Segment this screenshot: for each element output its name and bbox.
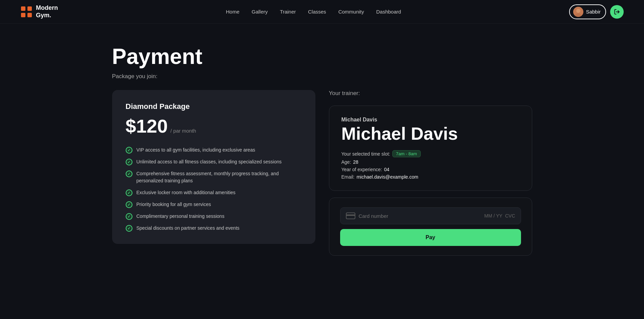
feature-item: Comprehensive fitness assessment, monthl…	[126, 170, 302, 184]
payment-card: MM / YY CVC Pay	[329, 198, 532, 256]
svg-point-5	[576, 9, 580, 13]
nav-links: Home Gallery Trainer Classes Community D…	[226, 9, 401, 15]
pay-button[interactable]: Pay	[340, 229, 521, 246]
trainer-subtitle: Michael Davis	[341, 117, 520, 123]
cvc-placeholder: CVC	[505, 213, 515, 219]
package-name: Diamond Package	[126, 102, 302, 111]
logo-line2: Gym.	[36, 12, 58, 19]
feature-item: Priority booking for all gym services	[126, 201, 302, 208]
svg-rect-0	[21, 6, 25, 11]
card-number-input[interactable]	[359, 213, 484, 219]
feature-item: Complimentary personal training sessions	[126, 213, 302, 220]
trainer-name: Michael Davis	[341, 124, 520, 143]
features-list: VIP access to all gym facilities, includ…	[126, 146, 302, 232]
check-icon-5	[126, 201, 132, 208]
credit-card-icon	[346, 212, 355, 219]
experience-value: 04	[384, 167, 390, 172]
logo[interactable]: Modern Gym.	[20, 4, 58, 19]
package-price: $120	[126, 115, 168, 137]
experience-row: Year of experience: 04	[341, 167, 520, 172]
avatar	[573, 7, 583, 17]
email-row: Email: michael.davis@example.com	[341, 174, 520, 180]
feature-text-2: Unlimited access to all fitness classes,…	[137, 158, 282, 165]
svg-rect-9	[346, 214, 355, 216]
email-label: Email:	[341, 174, 355, 180]
feature-item: Exclusive locker room with additional am…	[126, 189, 302, 196]
trainer-details: Your selected time slot: 7am - 8am Age: …	[341, 150, 520, 180]
svg-rect-3	[27, 13, 32, 17]
avatar-image	[573, 7, 583, 17]
feature-text-5: Priority booking for all gym services	[137, 201, 211, 208]
age-value: 28	[353, 159, 358, 165]
email-value: michael.davis@example.com	[356, 174, 418, 180]
nav-community[interactable]: Community	[338, 9, 364, 15]
feature-text-1: VIP access to all gym facilities, includ…	[137, 146, 255, 154]
feature-item: VIP access to all gym facilities, includ…	[126, 146, 302, 154]
time-slot-badge: 7am - 8am	[392, 150, 421, 157]
user-profile-button[interactable]: Sabbir	[569, 4, 606, 19]
nav-gallery[interactable]: Gallery	[252, 9, 268, 15]
package-period: / par month	[170, 128, 196, 134]
check-icon-4	[126, 189, 132, 196]
mm-yy-placeholder: MM / YY	[484, 213, 502, 219]
nav-right: Sabbir	[569, 4, 624, 19]
page-title: Payment	[112, 44, 532, 69]
experience-label: Year of experience:	[341, 167, 382, 172]
svg-rect-2	[21, 13, 25, 17]
package-card: Diamond Package $120 / par month VIP acc…	[112, 90, 315, 244]
check-icon-6	[126, 213, 132, 220]
nav-trainer[interactable]: Trainer	[280, 9, 296, 15]
main-content: Payment Package you join: Diamond Packag…	[85, 24, 559, 276]
navbar: Modern Gym. Home Gallery Trainer Classes…	[0, 0, 644, 24]
time-slot-label: Your selected time slot:	[341, 151, 390, 157]
package-label: Package you join:	[112, 73, 532, 80]
card-icon	[346, 212, 355, 219]
feature-item: Special discounts on partner services an…	[126, 225, 302, 232]
feature-text-3: Comprehensive fitness assessment, monthl…	[137, 170, 302, 184]
right-column: Your trainer: Michael Davis Michael Davi…	[329, 90, 532, 256]
nav-classes[interactable]: Classes	[308, 9, 326, 15]
trainer-card: Michael Davis Michael Davis Your selecte…	[329, 106, 532, 191]
check-icon-3	[126, 170, 132, 177]
svg-rect-1	[27, 6, 32, 11]
age-label: Age:	[341, 159, 351, 165]
age-row: Age: 28	[341, 159, 520, 165]
feature-text-4: Exclusive locker room with additional am…	[137, 189, 236, 196]
check-icon-1	[126, 147, 132, 154]
logout-button[interactable]	[610, 5, 624, 19]
check-icon-2	[126, 159, 132, 165]
feature-text-6: Complimentary personal training sessions	[137, 213, 225, 220]
trainer-section-label: Your trainer:	[329, 90, 532, 97]
card-input-row[interactable]: MM / YY CVC	[340, 207, 521, 224]
user-name: Sabbir	[586, 9, 601, 15]
logout-icon	[614, 9, 620, 15]
nav-dashboard[interactable]: Dashboard	[376, 9, 401, 15]
nav-home[interactable]: Home	[226, 9, 240, 15]
price-row: $120 / par month	[126, 115, 302, 137]
card-expiry-cvc: MM / YY CVC	[484, 213, 515, 219]
feature-text-7: Special discounts on partner services an…	[137, 225, 240, 232]
logo-icon	[20, 6, 33, 18]
logo-line1: Modern	[36, 4, 58, 12]
time-slot-row: Your selected time slot: 7am - 8am	[341, 150, 520, 157]
check-icon-7	[126, 225, 132, 232]
two-column-layout: Diamond Package $120 / par month VIP acc…	[112, 90, 532, 256]
feature-item: Unlimited access to all fitness classes,…	[126, 158, 302, 165]
